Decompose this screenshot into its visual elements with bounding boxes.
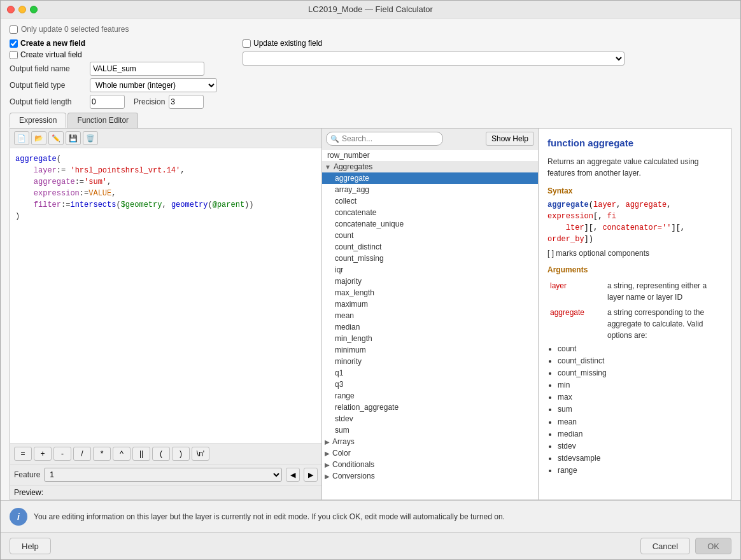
output-field-name-label: Output field name: [10, 64, 86, 73]
output-field-name-row: Output field name: [10, 62, 217, 76]
precision-label: Precision: [134, 97, 165, 106]
category-conversions[interactable]: ▶ Conversions: [322, 470, 538, 482]
list-item-minority[interactable]: minority: [322, 356, 538, 367]
save-button[interactable]: 💾: [66, 131, 81, 145]
list-item-concatenate-unique[interactable]: concatenate_unique: [322, 218, 538, 230]
category-arrays[interactable]: ▶ Arrays: [322, 436, 538, 447]
docs-content: function aggregate Returns an aggregate …: [539, 129, 731, 500]
op-open-paren[interactable]: (: [152, 447, 170, 461]
top-options: Only update 0 selected features Create a…: [10, 25, 731, 109]
list-item-collect[interactable]: collect: [322, 195, 538, 207]
code-editor[interactable]: aggregate( layer:= 'hrsl_pointshrsl_vrt.…: [10, 148, 321, 443]
list-item-array-agg[interactable]: array_agg: [322, 184, 538, 195]
category-conditionals-label: Conditionals: [332, 460, 374, 469]
edit-button[interactable]: ✏️: [48, 131, 64, 145]
list-item-minimum[interactable]: minimum: [322, 344, 538, 356]
prev-feature-button[interactable]: ◀: [286, 468, 300, 482]
list-item-stdev[interactable]: stdev: [322, 413, 538, 424]
window-controls[interactable]: [7, 6, 38, 13]
list-item-count-missing[interactable]: count_missing: [322, 253, 538, 264]
tab-expression[interactable]: Expression: [10, 113, 66, 128]
edit-icon: ✏️: [52, 134, 60, 143]
category-color[interactable]: ▶ Color: [322, 447, 538, 459]
list-item-aggregate[interactable]: aggregate: [322, 172, 538, 184]
precision-input[interactable]: [169, 95, 204, 109]
feature-select[interactable]: 1: [44, 468, 282, 482]
output-field-type-label: Output field type: [10, 81, 86, 90]
next-feature-button[interactable]: ▶: [304, 468, 318, 482]
op-equals[interactable]: =: [14, 447, 32, 461]
arg-row-aggregate: aggregate a string corresponding to the …: [547, 305, 722, 343]
list-item-median[interactable]: median: [322, 321, 538, 333]
show-help-button[interactable]: Show Help: [486, 132, 534, 146]
op-minus[interactable]: -: [53, 447, 71, 461]
list-item-count[interactable]: count: [322, 230, 538, 241]
main-area: 📄 📂 ✏️ 💾 🗑️: [10, 129, 731, 500]
op-plus[interactable]: +: [34, 447, 52, 461]
new-file-icon: 📄: [17, 134, 26, 143]
docs-note: [ ] marks optional components: [547, 248, 722, 259]
delete-button[interactable]: 🗑️: [83, 131, 98, 145]
new-file-button[interactable]: 📄: [14, 131, 29, 145]
minimize-button[interactable]: [18, 6, 26, 13]
only-update-row: Only update 0 selected features: [10, 25, 731, 34]
op-multiply[interactable]: *: [93, 447, 111, 461]
create-virtual-field-label[interactable]: Create virtual field: [10, 50, 217, 59]
arg-layer-desc: a string, representing either a layer na…: [605, 278, 722, 305]
search-input[interactable]: [326, 132, 443, 146]
code-line-6: ): [15, 211, 316, 222]
output-field-name-input[interactable]: [90, 62, 204, 76]
help-button[interactable]: Help: [10, 538, 51, 554]
create-new-field-checkbox[interactable]: [10, 39, 18, 48]
list-item-min-length[interactable]: min_length: [322, 333, 538, 344]
tab-function-editor[interactable]: Function Editor: [67, 113, 138, 128]
cancel-button[interactable]: Cancel: [640, 538, 690, 554]
open-file-button[interactable]: 📂: [31, 131, 46, 145]
close-button[interactable]: [7, 6, 15, 13]
list-item-count-distinct[interactable]: count_distinct: [322, 241, 538, 253]
list-item-q1[interactable]: q1: [322, 367, 538, 379]
function-list[interactable]: row_number ▼ Aggregates aggregate array_…: [322, 150, 538, 500]
arg-layer-name: layer: [547, 278, 605, 305]
op-close-paren[interactable]: ): [172, 447, 190, 461]
ok-button[interactable]: OK: [695, 538, 731, 554]
maximize-button[interactable]: [30, 6, 38, 13]
update-existing-checkbox[interactable]: [243, 39, 251, 48]
list-item-q3[interactable]: q3: [322, 379, 538, 390]
list-item-mean[interactable]: mean: [322, 310, 538, 321]
window-title: LC2019_Mode — Field Calculator: [308, 4, 433, 14]
list-item-max-length[interactable]: max_length: [322, 287, 538, 298]
syntax-params: layer: [593, 200, 616, 209]
category-conversions-label: Conversions: [332, 472, 375, 480]
only-update-label: Only update 0 selected features: [21, 25, 129, 34]
output-field-length-input[interactable]: [90, 95, 125, 109]
category-aggregates[interactable]: ▼ Aggregates: [322, 161, 538, 172]
editor-toolbar: 📄 📂 ✏️ 💾 🗑️: [10, 129, 321, 148]
option-count-distinct: count_distinct: [558, 355, 722, 367]
category-conditionals[interactable]: ▶ Conditionals: [322, 459, 538, 470]
output-field-type-row: Output field type Whole number (integer): [10, 78, 217, 92]
list-item-range[interactable]: range: [322, 390, 538, 402]
update-existing-label[interactable]: Update existing field: [243, 39, 731, 48]
syntax-name: aggregate: [547, 200, 589, 209]
list-item-iqr[interactable]: iqr: [322, 264, 538, 276]
list-item-concatenate[interactable]: concatenate: [322, 207, 538, 218]
op-caret[interactable]: ^: [113, 447, 131, 461]
list-item-maximum[interactable]: maximum: [322, 298, 538, 310]
valid-options-list: count count_distinct count_missing min m…: [558, 343, 722, 477]
list-item-relation-aggregate[interactable]: relation_aggregate: [322, 402, 538, 413]
create-virtual-field-checkbox[interactable]: [10, 51, 18, 59]
output-field-type-select[interactable]: Whole number (integer): [90, 78, 217, 92]
op-concat[interactable]: ||: [132, 447, 150, 461]
op-newline[interactable]: \n': [192, 447, 209, 461]
list-item-majority[interactable]: majority: [322, 276, 538, 287]
option-stdevsample: stdevsample: [558, 452, 722, 465]
create-new-field-label[interactable]: Create a new field: [10, 39, 217, 48]
op-divide[interactable]: /: [73, 447, 91, 461]
feature-row: Feature 1 ◀ ▶: [10, 464, 321, 485]
feature-label: Feature: [14, 470, 40, 479]
only-update-checkbox[interactable]: [10, 25, 18, 34]
list-item-row-number[interactable]: row_number: [322, 150, 538, 161]
list-item-sum[interactable]: sum: [322, 424, 538, 436]
update-field-select[interactable]: [243, 52, 625, 66]
